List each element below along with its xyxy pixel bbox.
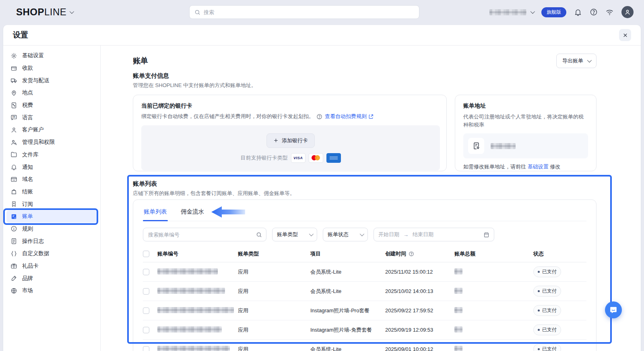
row-checkbox[interactable] [143,327,149,333]
user-avatar[interactable] [621,6,634,18]
sidebar-item-7[interactable]: 管理员和权限 [6,136,97,149]
col-bill-type: 账单类型 [238,250,310,258]
row-checkbox[interactable] [143,307,149,314]
sidebar-item-1[interactable]: 收款 [6,62,97,75]
tab-bill-list[interactable]: 账单列表 [143,206,168,221]
bill-icon [10,213,17,220]
close-icon[interactable] [619,29,631,41]
table-row: 应用Instagram照片墙-Pro套餐2025/09/22 17:59:52已… [143,301,586,320]
table-row: 应用会员系统-Lite2025/10/02 14:00:13已支付 [143,282,586,301]
gift-card-icon [10,263,17,270]
export-bills-button[interactable]: 导出账单 [556,54,597,68]
sidebar-item-5[interactable]: EN语言 [6,111,97,124]
store-switcher[interactable] [489,9,534,15]
bill-type-filter-label: 账单类型 [277,231,298,238]
bill-created-cell: 2025/10/02 14:00:13 [385,288,454,294]
sidebar-item-12[interactable]: 订阅 [6,198,97,210]
bill-amount-redacted [454,288,462,294]
tab-commission-flow[interactable]: 佣金流水 [180,206,205,221]
bill-status-filter[interactable]: 账单状态 [323,228,368,241]
payment-section-description: 管理您在 SHOPLINE 中支付账单的方式和账单地址。 [133,82,597,89]
bill-created-cell: 2025/09/01 10:00:12 [385,346,454,351]
domain-icon [10,176,17,183]
chat-bubble-icon [609,305,618,314]
sidebar-item-8[interactable]: 文件库 [6,149,97,161]
status-dot-icon [538,271,540,273]
market-globe-icon [10,287,17,294]
logo-chevron-down-icon [70,9,74,14]
status-badge: 已支付 [533,344,561,351]
subscription-icon [10,201,17,208]
chat-launcher-button[interactable] [605,301,622,318]
address-document-icon [468,138,484,154]
bill-amount-redacted [454,268,462,274]
rules-info-icon [10,225,17,232]
row-checkbox[interactable] [143,288,149,295]
bill-number-search-input[interactable] [148,232,256,238]
bill-number-redacted [157,326,222,332]
sidebar-item-14[interactable]: 规则 [6,223,97,235]
auto-deduction-rules-link[interactable]: 查看自动扣费规则 [325,113,374,120]
billing-page: 账单 导出账单 账单支付信息 管理您在 SHOPLINE 中支付账单的方式和账单… [101,46,641,351]
network-status-wifi-icon[interactable] [605,8,614,17]
address-redacted [491,143,516,149]
search-icon [194,9,200,15]
select-all-checkbox[interactable] [143,251,149,257]
global-search-input[interactable] [204,9,414,15]
sidebar-item-2[interactable]: 发货与配送 [6,74,97,87]
status-badge: 已支付 [533,266,561,277]
sidebar-item-label: 语言 [22,114,33,121]
bill-type-filter[interactable]: 账单类型 [272,228,317,241]
bill-type-cell: 应用 [238,326,310,334]
sidebar-item-17[interactable]: 礼品卡 [6,260,97,272]
row-checkbox[interactable] [143,346,149,351]
status-dot-icon [538,309,540,312]
sidebar-item-label: 账单 [22,213,33,220]
sidebar-item-3[interactable]: 地点 [6,87,97,99]
notifications-bell-icon[interactable] [574,8,582,16]
add-bank-card-label: 添加银行卡 [282,137,308,144]
settings-header: 设置 [3,25,641,46]
bill-type-cell: 应用 [238,346,310,351]
bill-number-redacted [157,268,218,274]
sidebar-item-19[interactable]: 市场 [6,285,97,297]
help-circle-icon[interactable] [316,114,322,120]
sidebar-item-13-selected[interactable]: 账单 [6,210,97,223]
global-search[interactable] [189,5,419,19]
bill-tabs: 账单列表 佣金流水 [143,206,586,221]
help-icon[interactable] [590,8,598,16]
location-pin-icon [10,89,17,96]
bill-item-cell: Instagram照片墙-Pro套餐 [310,307,385,314]
help-circle-icon[interactable] [409,251,414,257]
sidebar-item-16[interactable]: 自定义数据 [6,247,97,260]
plan-badge[interactable]: 旗舰版 [541,7,566,17]
bill-status-filter-label: 账单状态 [328,231,349,238]
sidebar-item-4[interactable]: 税费 [6,99,97,112]
add-bank-card-button[interactable]: 添加银行卡 [266,133,315,148]
bill-number-search[interactable] [143,228,266,241]
sidebar-item-6[interactable]: 客户账户 [6,124,97,136]
row-checkbox[interactable] [143,269,149,275]
basic-settings-link[interactable]: 基础设置 [528,163,549,170]
date-range-filter[interactable]: 开始日期 → 结束日期 [374,228,494,241]
status-badge: 已支付 [533,324,561,335]
chevron-down-icon [360,232,364,236]
shopline-logo[interactable]: SHOPLINE [16,6,73,18]
col-created: 创建时间 [385,250,406,258]
sidebar-item-10[interactable]: 域名 [6,173,97,186]
export-chevron-down-icon [587,58,592,62]
sidebar-item-11[interactable]: 结账 [6,186,97,198]
bill-number-redacted [157,307,234,313]
sidebar-item-9[interactable]: 通知 [6,161,97,173]
sidebar-item-label: 礼品卡 [22,262,39,270]
admin-permissions-icon [10,139,17,146]
sidebar-item-label: 管理员和权限 [22,139,55,146]
topbar-right: 旗舰版 [489,0,634,24]
sidebar-item-18[interactable]: 品牌 [6,272,97,285]
svg-text:EN: EN [12,116,15,118]
sidebar-item-15[interactable]: 操作日志 [6,235,97,247]
sidebar-item-0[interactable]: 基础设置 [6,50,97,62]
sidebar-item-label: 订阅 [22,201,33,208]
page-title: 账单 [133,56,148,66]
start-date-placeholder: 开始日期 [378,231,399,238]
